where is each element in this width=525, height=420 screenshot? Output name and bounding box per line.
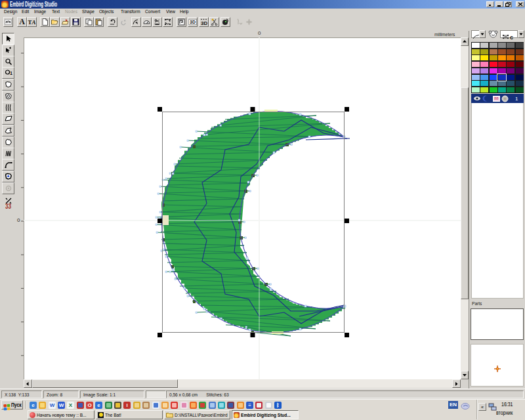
svg-text:1: 1 — [10, 71, 12, 75]
svg-text:c: c — [510, 34, 513, 41]
svg-text:3D: 3D — [201, 20, 207, 26]
